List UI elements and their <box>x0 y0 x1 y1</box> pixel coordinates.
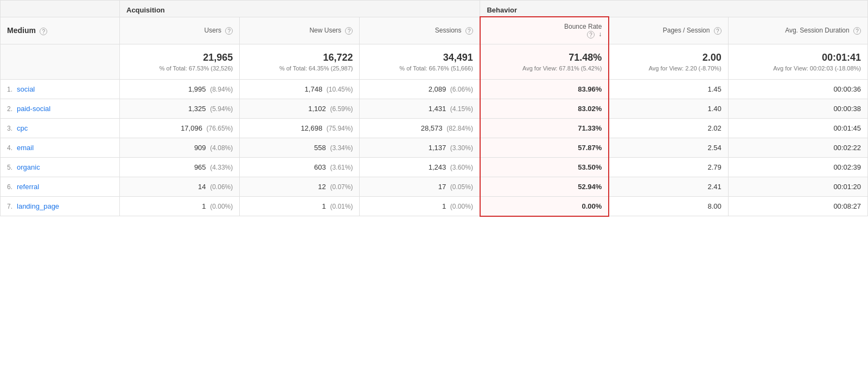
medium-section-header <box>1 1 120 17</box>
users-cell: 14 (0.06%) <box>120 177 240 196</box>
behavior-section-header: Behavior <box>480 1 868 17</box>
sessions-value: 2,089 <box>429 85 446 93</box>
sessions-value: 1,137 <box>429 144 446 152</box>
pages-session-cell: 8.00 <box>609 196 728 216</box>
bounce-rate-value: 52.94% <box>578 183 602 191</box>
new-users-pct: (10.45%) <box>327 86 353 93</box>
new-users-cell: 603 (3.61%) <box>240 157 360 177</box>
bounce-rate-cell: 52.94% <box>480 177 609 196</box>
pages-session-cell: 1.45 <box>609 79 728 99</box>
pages-session-help-icon[interactable]: ? <box>714 27 722 35</box>
users-pct: (8.94%) <box>210 86 233 93</box>
bounce-rate-sort-icon: ↓ <box>598 30 602 38</box>
medium-cell: 2.paid-social <box>1 99 120 118</box>
medium-col-header: Medium ? <box>1 17 120 44</box>
sessions-cell: 28,573 (82.84%) <box>360 118 480 138</box>
medium-cell: 7.landing_page <box>1 196 120 216</box>
medium-cell: 6.referral <box>1 177 120 196</box>
table-row: 1.social1,995 (8.94%)1,748 (10.45%)2,089… <box>1 79 868 99</box>
medium-link[interactable]: cpc <box>17 124 28 132</box>
medium-link[interactable]: paid-social <box>17 105 50 113</box>
sessions-cell: 1,243 (3.60%) <box>360 157 480 177</box>
medium-help-icon[interactable]: ? <box>40 28 47 35</box>
sessions-value: 17 <box>438 183 446 191</box>
new-users-help-icon[interactable]: ? <box>345 27 353 35</box>
table-row: 6.referral14 (0.06%)12 (0.07%)17 (0.05%)… <box>1 177 868 196</box>
new-users-pct: (75.94%) <box>327 125 353 132</box>
totals-medium-cell <box>1 44 120 79</box>
sessions-pct: (0.00%) <box>450 203 473 210</box>
users-help-icon[interactable]: ? <box>225 27 233 35</box>
users-cell: 1,325 (5.94%) <box>120 99 240 118</box>
bounce-rate-value: 57.87% <box>578 144 602 152</box>
medium-link[interactable]: landing_page <box>17 202 59 210</box>
pages-session-cell: 2.79 <box>609 157 728 177</box>
new-users-value: 1 <box>322 202 326 210</box>
sessions-pct: (3.30%) <box>450 144 473 152</box>
new-users-cell: 1 (0.01%) <box>240 196 360 216</box>
users-cell: 1 (0.00%) <box>120 196 240 216</box>
new-users-value: 558 <box>314 144 326 152</box>
sessions-pct: (0.05%) <box>450 183 473 191</box>
users-pct: (0.00%) <box>210 203 233 210</box>
medium-cell: 4.email <box>1 138 120 157</box>
pages-session-cell: 2.54 <box>609 138 728 157</box>
users-cell: 965 (4.33%) <box>120 157 240 177</box>
users-value: 909 <box>194 144 206 152</box>
sessions-cell: 1,431 (4.15%) <box>360 99 480 118</box>
column-header-row: Medium ? Users ? New Users ? Sessions ? … <box>1 17 868 44</box>
users-cell: 17,096 (76.65%) <box>120 118 240 138</box>
totals-avg-session: 00:01:41 Avg for View: 00:02:03 (-18.08%… <box>728 44 867 79</box>
sessions-cell: 17 (0.05%) <box>360 177 480 196</box>
users-value: 14 <box>198 183 206 191</box>
avg-session-col-header: Avg. Session Duration ? <box>728 17 867 44</box>
users-value: 1,325 <box>188 105 206 113</box>
totals-users: 21,965 % of Total: 67.53% (32,526) <box>120 44 240 79</box>
users-pct: (76.65%) <box>207 125 233 132</box>
users-pct: (0.06%) <box>210 183 233 191</box>
bounce-rate-cell: 83.96% <box>480 79 609 99</box>
sessions-value: 1,431 <box>429 105 446 113</box>
bounce-rate-cell: 0.00% <box>480 196 609 216</box>
row-number: 6. <box>7 183 12 191</box>
sessions-cell: 1,137 (3.30%) <box>360 138 480 157</box>
bounce-rate-value: 83.02% <box>578 105 602 113</box>
medium-link[interactable]: social <box>17 85 35 93</box>
bounce-rate-value: 83.96% <box>578 85 602 93</box>
row-number: 4. <box>7 144 12 152</box>
users-cell: 1,995 (8.94%) <box>120 79 240 99</box>
new-users-cell: 1,102 (6.59%) <box>240 99 360 118</box>
avg-session-cell: 00:08:27 <box>728 196 867 216</box>
medium-link[interactable]: email <box>17 144 34 152</box>
avg-session-cell: 00:01:20 <box>728 177 867 196</box>
users-pct: (5.94%) <box>210 105 233 113</box>
bounce-rate-value: 0.00% <box>582 202 602 210</box>
medium-link[interactable]: referral <box>17 183 39 191</box>
sessions-pct: (6.06%) <box>450 86 473 93</box>
pages-session-cell: 1.40 <box>609 99 728 118</box>
sessions-value: 1 <box>442 202 446 210</box>
new-users-cell: 1,748 (10.45%) <box>240 79 360 99</box>
avg-session-cell: 00:00:38 <box>728 99 867 118</box>
sessions-value: 1,243 <box>429 163 446 171</box>
row-number: 5. <box>7 164 12 171</box>
totals-sessions: 34,491 % of Total: 66.76% (51,666) <box>360 44 480 79</box>
table-row: 7.landing_page1 (0.00%)1 (0.01%)1 (0.00%… <box>1 196 868 216</box>
new-users-value: 1,748 <box>305 85 323 93</box>
medium-link[interactable]: organic <box>17 163 40 171</box>
table-row: 5.organic965 (4.33%)603 (3.61%)1,243 (3.… <box>1 157 868 177</box>
new-users-cell: 12 (0.07%) <box>240 177 360 196</box>
new-users-pct: (6.59%) <box>330 105 353 113</box>
acquisition-section-header: Acquisition <box>120 1 480 17</box>
sessions-help-icon[interactable]: ? <box>465 27 473 35</box>
bounce-rate-help-icon[interactable]: ? <box>587 31 595 38</box>
bounce-rate-col-header[interactable]: Bounce Rate ? ↓ <box>480 17 609 44</box>
table-row: 4.email909 (4.08%)558 (3.34%)1,137 (3.30… <box>1 138 868 157</box>
sessions-cell: 2,089 (6.06%) <box>360 79 480 99</box>
avg-session-cell: 00:01:45 <box>728 118 867 138</box>
users-cell: 909 (4.08%) <box>120 138 240 157</box>
avg-session-cell: 00:00:36 <box>728 79 867 99</box>
medium-cell: 5.organic <box>1 157 120 177</box>
sessions-value: 28,573 <box>421 124 443 132</box>
avg-session-help-icon[interactable]: ? <box>853 27 861 35</box>
